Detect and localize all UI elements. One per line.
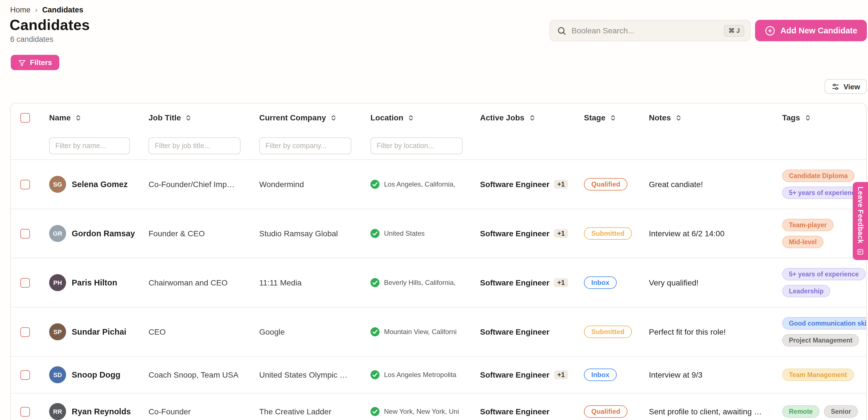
- sort-icon: [609, 114, 617, 121]
- column-label: Active Jobs: [480, 113, 524, 122]
- boolean-search-input[interactable]: [571, 26, 719, 35]
- breadcrumb-home[interactable]: Home: [10, 5, 31, 14]
- breadcrumb-separator-icon: ›: [35, 5, 37, 14]
- name-cell: SD Snoop Dogg: [49, 366, 149, 383]
- filter-by-job-title-input[interactable]: [149, 137, 241, 154]
- active-jobs-cell: Software Engineer: [480, 327, 584, 336]
- view-button[interactable]: View: [824, 79, 867, 94]
- company-cell: Wondermind: [259, 180, 370, 189]
- more-jobs-badge[interactable]: +1: [554, 370, 568, 379]
- notes-cell: Sent profile to client, awaiting …: [649, 407, 782, 416]
- row-select-cell: [11, 370, 49, 380]
- select-all-checkbox[interactable]: [20, 113, 30, 122]
- location-text: New York, New York, Uni: [384, 408, 473, 416]
- name-cell: PH Paris Hilton: [49, 274, 149, 291]
- filter-row: [11, 132, 866, 160]
- table-row[interactable]: SG Selena Gomez Co-Founder/Chief Imp… Wo…: [11, 160, 866, 208]
- job-title-cell: Co-Founder: [149, 407, 259, 416]
- row-checkbox[interactable]: [20, 278, 30, 287]
- column-header-tags[interactable]: Tags: [782, 113, 866, 122]
- filter-by-location-input[interactable]: [370, 137, 463, 154]
- company-cell: United States Olympic …: [259, 370, 370, 379]
- name-cell: GR Gordon Ramsay: [49, 225, 149, 242]
- funnel-icon: [18, 58, 26, 66]
- stage-badge: Qualified: [584, 405, 628, 418]
- location-text: Beverly Hills, California,: [384, 279, 473, 287]
- row-select-cell: [11, 278, 49, 287]
- active-job-name: Software Engineer: [480, 327, 550, 336]
- verified-check-icon: [370, 180, 379, 189]
- candidates-table: Name Job Title Current Company Location …: [10, 103, 867, 420]
- active-jobs-cell: Software Engineer +1: [480, 278, 584, 287]
- more-jobs-badge[interactable]: +1: [554, 180, 568, 189]
- filters-button[interactable]: Filters: [11, 55, 59, 70]
- verified-check-icon: [370, 327, 379, 336]
- column-header-active-jobs[interactable]: Active Jobs: [480, 113, 584, 122]
- more-jobs-badge[interactable]: +1: [554, 229, 568, 238]
- table-row[interactable]: RR Ryan Reynolds Co-Founder The Creative…: [11, 393, 866, 420]
- verified-check-icon: [370, 229, 379, 238]
- table-row[interactable]: PH Paris Hilton Chairwoman and CEO 11:11…: [11, 258, 866, 307]
- job-title-cell: Chairwoman and CEO: [149, 278, 259, 287]
- breadcrumb-current: Candidates: [42, 5, 83, 14]
- table-row[interactable]: GR Gordon Ramsay Founder & CEO Studio Ra…: [11, 208, 866, 258]
- verified-check-icon: [370, 278, 379, 287]
- column-header-current-company[interactable]: Current Company: [259, 113, 370, 122]
- row-checkbox[interactable]: [20, 179, 30, 189]
- table-row[interactable]: SP Sundar Pichai CEO Google Mountain Vie…: [11, 307, 866, 356]
- filter-by-name-input[interactable]: [49, 137, 130, 154]
- row-checkbox[interactable]: [20, 327, 30, 337]
- stage-cell: Inbox: [584, 369, 649, 381]
- sort-icon: [330, 114, 337, 121]
- filter-by-company-input[interactable]: [259, 137, 351, 154]
- location-cell: Los Angeles, California,: [370, 180, 480, 189]
- boolean-search-bar[interactable]: ⌘ J: [550, 20, 750, 41]
- more-jobs-badge[interactable]: +1: [554, 278, 568, 287]
- avatar: SD: [49, 366, 66, 383]
- location-text: United States: [384, 229, 473, 237]
- row-select-cell: [11, 179, 49, 189]
- stage-cell: Qualified: [584, 178, 649, 191]
- active-job-name: Software Engineer: [480, 370, 550, 379]
- active-jobs-cell: Software Engineer: [480, 407, 584, 416]
- add-new-candidate-button[interactable]: Add New Candidate: [755, 20, 867, 41]
- location-text: Los Angeles Metropolita: [384, 371, 473, 379]
- avatar: PH: [49, 274, 66, 291]
- sort-icon: [74, 114, 82, 121]
- row-checkbox[interactable]: [20, 407, 30, 416]
- stage-badge: Submitted: [584, 326, 632, 338]
- company-cell: The Creative Ladder: [259, 407, 370, 416]
- column-header-name[interactable]: Name: [49, 113, 149, 122]
- page-title: Candidates: [9, 17, 90, 34]
- column-header-location[interactable]: Location: [370, 113, 480, 122]
- row-checkbox[interactable]: [20, 370, 30, 380]
- row-select-cell: [11, 407, 49, 416]
- column-label: Name: [49, 113, 70, 122]
- tag: Good communication skills: [782, 317, 867, 330]
- job-title-cell: CEO: [149, 327, 259, 336]
- column-header-stage[interactable]: Stage: [584, 113, 649, 122]
- column-label: Tags: [782, 113, 800, 122]
- tag: Candidate Diploma: [782, 170, 855, 182]
- leave-feedback-tab[interactable]: Leave Feedback: [853, 182, 868, 260]
- candidate-name: Ryan Reynolds: [72, 407, 131, 416]
- table-row[interactable]: SD Snoop Dogg Coach Snoop, Team USA Unit…: [11, 356, 866, 393]
- stage-badge: Inbox: [584, 276, 617, 289]
- row-select-cell: [11, 229, 49, 238]
- column-header-job-title[interactable]: Job Title: [149, 113, 259, 122]
- candidate-count: 6 candidates: [10, 35, 53, 44]
- notes-cell: Perfect fit for this role!: [649, 327, 782, 336]
- notes-cell: Interview at 9/3: [649, 370, 782, 379]
- stage-cell: Qualified: [584, 405, 649, 418]
- active-job-name: Software Engineer: [480, 229, 550, 238]
- sort-icon: [804, 114, 811, 121]
- leave-feedback-label: Leave Feedback: [857, 186, 864, 243]
- active-job-name: Software Engineer: [480, 180, 550, 189]
- column-label: Location: [370, 113, 403, 122]
- row-checkbox[interactable]: [20, 229, 30, 238]
- stage-cell: Inbox: [584, 276, 649, 289]
- column-header-notes[interactable]: Notes: [649, 113, 782, 122]
- active-jobs-cell: Software Engineer +1: [480, 180, 584, 189]
- tag: Mid-level: [782, 236, 824, 248]
- column-label: Job Title: [149, 113, 181, 122]
